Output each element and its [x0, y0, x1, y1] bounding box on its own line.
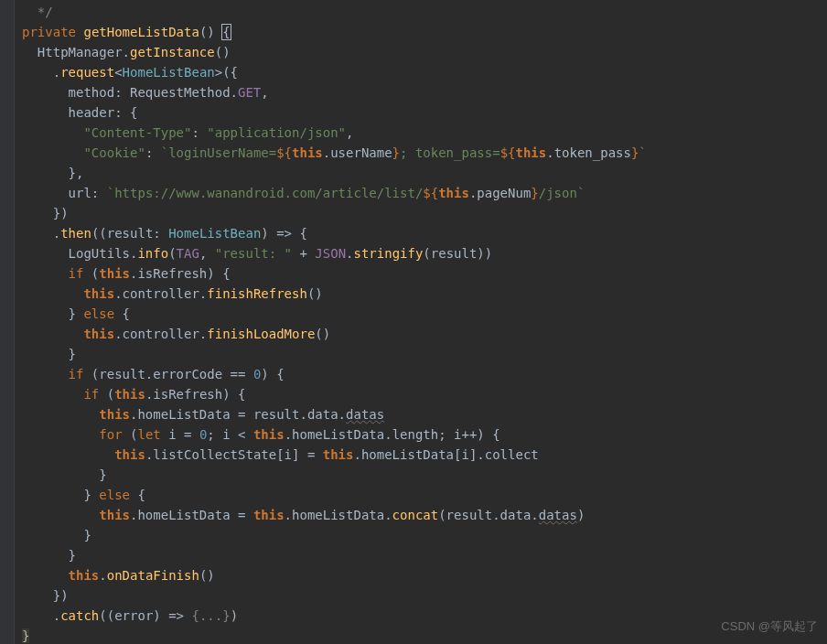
code-area[interactable]: */ private getHomeListData() { HttpManag… — [15, 0, 827, 644]
cursor: { — [222, 25, 230, 39]
fold-hint: */ — [22, 5, 53, 19]
code-editor[interactable]: */ private getHomeListData() { HttpManag… — [0, 0, 827, 644]
gutter — [0, 0, 15, 644]
folded-region[interactable]: {...} — [191, 608, 230, 623]
watermark: CSDN @等风起了 — [721, 617, 818, 637]
method-name: getHomeListData — [83, 25, 199, 39]
keyword-private: private — [22, 25, 76, 39]
